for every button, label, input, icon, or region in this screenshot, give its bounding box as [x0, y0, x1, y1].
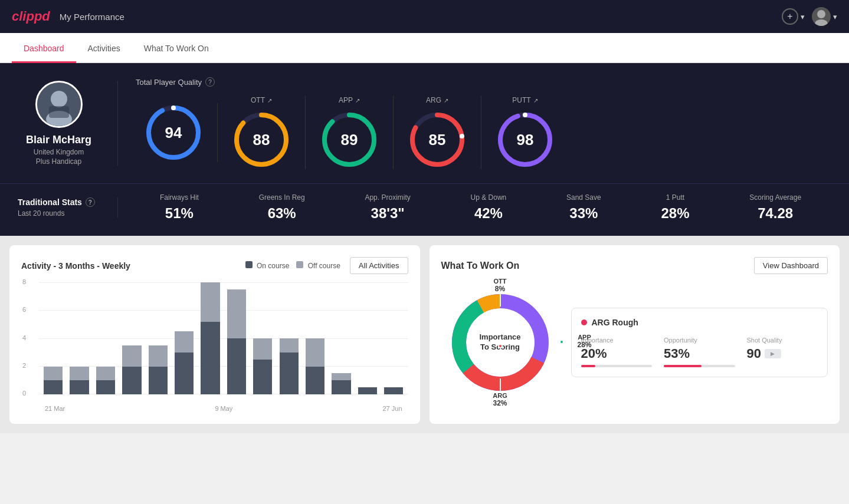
app-donut-label: APP28% — [577, 334, 591, 349]
putt-value: 98 — [517, 131, 534, 149]
arg-detail-card: ARG Rough Importance 20% Opportunity 53% — [571, 308, 828, 377]
bar-group — [120, 282, 143, 394]
user-chevron: ▾ — [833, 12, 837, 21]
off-course-bar-seg — [227, 289, 246, 338]
arg-metrics: Importance 20% Opportunity 53% — [581, 337, 818, 367]
score-putt: PUTT ↗ 98 — [481, 96, 569, 169]
on-course-legend-dot — [245, 261, 253, 268]
on-course-bar-seg — [44, 380, 63, 394]
bar-stack — [201, 282, 219, 394]
off-course-bar-seg — [149, 345, 168, 367]
chart-area: 8 6 4 2 0 21 Mar 9 May 27 Jun — [21, 282, 408, 412]
quality-scores: 94 OTT ↗ 88 APP ↗ — [130, 96, 820, 169]
bar-stack — [280, 338, 299, 394]
player-info: Blair McHarg United Kingdom Plus Handica… — [18, 81, 118, 166]
off-course-bar-seg — [96, 367, 115, 381]
donut-center-text: ImportanceTo Scoring — [479, 332, 520, 353]
add-button[interactable]: + ▾ — [782, 8, 805, 25]
on-course-bar-seg — [306, 367, 324, 395]
arg-circle: 85 — [408, 110, 467, 169]
quality-section: Total Player Quality ? 94 OTT ↗ — [118, 77, 831, 169]
bar-stack — [253, 338, 272, 394]
player-avatar — [35, 81, 83, 128]
bar-stack — [227, 289, 246, 394]
bar-stack — [175, 331, 194, 394]
bar-stack — [358, 387, 377, 394]
stat-scoring: Scoring Average 74.28 — [749, 193, 801, 222]
score-total: 94 — [130, 103, 218, 162]
app-label: APP ↗ — [339, 96, 360, 104]
bar-group — [356, 282, 379, 394]
bar-stack — [122, 345, 141, 394]
arg-card-title-text: ARG Rough — [592, 318, 638, 327]
arg-value: 85 — [429, 131, 446, 149]
on-course-bar-seg — [201, 322, 219, 394]
player-name: Blair McHarg — [26, 134, 91, 146]
on-course-bar-seg — [358, 387, 377, 394]
app-value: 89 — [341, 131, 358, 149]
score-ott: OTT ↗ 88 — [218, 96, 306, 169]
bar-stack — [44, 367, 63, 395]
tab-what-to-work-on[interactable]: What To Work On — [132, 33, 221, 63]
stat-updown: Up & Down 42% — [471, 193, 507, 222]
total-circle: 94 — [144, 103, 203, 162]
app-dot — [559, 340, 564, 344]
app-circle: 89 — [320, 110, 379, 169]
bar-group — [382, 282, 405, 394]
chart-header: Activity - 3 Months - Weekly On course O… — [21, 257, 408, 274]
tab-dashboard[interactable]: Dashboard — [12, 33, 76, 63]
off-course-bar-seg — [201, 282, 219, 322]
bar-group — [94, 282, 117, 394]
off-course-bar-seg — [122, 345, 141, 367]
all-activities-button[interactable]: All Activities — [350, 257, 408, 274]
quality-info-icon[interactable]: ? — [205, 77, 215, 87]
ott-label: OTT ↗ — [251, 96, 272, 104]
add-chevron: ▾ — [801, 12, 805, 21]
bar-stack — [70, 367, 88, 395]
player-country: United Kingdom — [34, 148, 84, 156]
bar-group — [303, 282, 327, 394]
donut-chart: ImportanceTo Scoring — [441, 284, 559, 401]
arg-label: ARG ↗ — [426, 96, 448, 104]
bar-stack — [332, 373, 350, 394]
x-labels: 21 Mar 9 May 27 Jun — [39, 405, 408, 412]
player-handicap: Plus Handicap — [36, 157, 81, 166]
svg-point-3 — [51, 91, 67, 107]
bar-stack — [306, 338, 324, 394]
traditional-stats: Traditional Stats ? Last 20 rounds Fairw… — [0, 183, 849, 236]
off-course-legend-label: Off course — [308, 262, 340, 270]
on-course-bar-seg — [253, 360, 272, 394]
chart-title: Activity - 3 Months - Weekly — [21, 261, 130, 271]
bottom-panels: Activity - 3 Months - Weekly On course O… — [0, 236, 849, 433]
on-course-bar-seg — [96, 380, 115, 394]
quality-title: Total Player Quality ? — [136, 77, 820, 87]
bar-group — [172, 282, 196, 394]
stats-panel: Blair McHarg United Kingdom Plus Handica… — [0, 63, 849, 183]
bar-group — [67, 282, 91, 394]
off-course-bar-seg — [306, 338, 324, 367]
wtwo-header: What To Work On View Dashboard — [441, 257, 828, 274]
plus-icon: + — [782, 8, 798, 25]
arg-card-dot — [581, 319, 587, 325]
user-menu-button[interactable]: ▾ — [812, 7, 837, 26]
off-course-bar-seg — [44, 367, 63, 381]
bar-stack — [96, 367, 115, 395]
off-course-bar-seg — [70, 367, 88, 381]
total-value: 94 — [165, 124, 182, 142]
bar-group — [146, 282, 170, 394]
on-course-bar-seg — [149, 367, 168, 395]
bar-stack — [384, 387, 403, 394]
stat-greens: Greens In Reg 63% — [259, 193, 305, 222]
ott-value: 88 — [253, 131, 270, 149]
view-dashboard-button[interactable]: View Dashboard — [754, 257, 828, 274]
on-course-bar-seg — [332, 380, 350, 394]
bar-group — [329, 282, 353, 394]
ott-circle: 88 — [232, 110, 291, 169]
bar-group — [251, 282, 274, 394]
tab-activities[interactable]: Activities — [76, 33, 132, 63]
on-course-bar-seg — [175, 353, 194, 394]
off-course-bar-seg — [253, 338, 272, 360]
off-course-bar-seg — [175, 331, 194, 353]
trad-stats-info-icon[interactable]: ? — [86, 197, 95, 207]
arg-opportunity: Opportunity 53% — [664, 337, 735, 367]
